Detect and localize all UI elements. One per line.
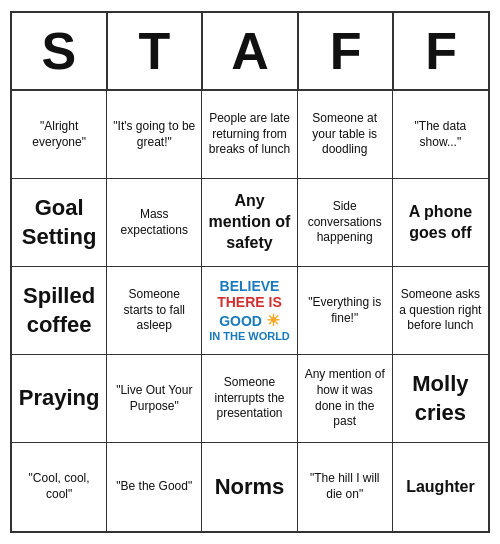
bingo-cell-r1c2: "It's going to be great!" — [107, 91, 202, 179]
bingo-cell-r4c3: Someone interrupts the presentation — [202, 355, 297, 443]
bingo-cell-r3c1: Spilled coffee — [12, 267, 107, 355]
believe-content: BELIEVE THERE IS GOOD ☀ IN THE WORLD — [209, 278, 290, 344]
bingo-cell-r4c1: Praying — [12, 355, 107, 443]
bingo-card: STAFF "Alright everyone""It's going to b… — [10, 11, 490, 533]
bingo-cell-r3c4: "Everything is fine!" — [298, 267, 393, 355]
header-letter: S — [12, 13, 108, 89]
bingo-cell-r5c2: "Be the Good" — [107, 443, 202, 531]
bingo-cell-r1c4: Someone at your table is doodling — [298, 91, 393, 179]
bingo-cell-r5c5: Laughter — [393, 443, 488, 531]
bingo-cell-r5c3: Norms — [202, 443, 297, 531]
bingo-cell-r3c2: Someone starts to fall asleep — [107, 267, 202, 355]
header-letter: A — [203, 13, 299, 89]
believe-line2: THERE IS — [217, 294, 282, 311]
header-letter: T — [108, 13, 204, 89]
bingo-cell-r5c1: "Cool, cool, cool" — [12, 443, 107, 531]
believe-world: IN THE WORLD — [209, 330, 290, 343]
bingo-cell-r1c3: People are late returning from breaks of… — [202, 91, 297, 179]
bingo-cell-r2c2: Mass expectations — [107, 179, 202, 267]
header-letter: F — [299, 13, 395, 89]
bingo-cell-r2c1: Goal Setting — [12, 179, 107, 267]
bingo-header: STAFF — [12, 13, 488, 91]
bingo-cell-r4c5: Molly cries — [393, 355, 488, 443]
header-letter: F — [394, 13, 488, 89]
bingo-cell-r2c5: A phone goes off — [393, 179, 488, 267]
bingo-cell-r5c4: "The hill I will die on" — [298, 443, 393, 531]
bingo-cell-r1c5: "The data show..." — [393, 91, 488, 179]
bingo-cell-r3c3: BELIEVE THERE IS GOOD ☀ IN THE WORLD — [202, 267, 297, 355]
bingo-cell-r3c5: Someone asks a question right before lun… — [393, 267, 488, 355]
believe-line3: GOOD ☀ — [219, 311, 280, 330]
bingo-cell-r1c1: "Alright everyone" — [12, 91, 107, 179]
bingo-cell-r4c4: Any mention of how it was done in the pa… — [298, 355, 393, 443]
bingo-cell-r4c2: "Live Out Your Purpose" — [107, 355, 202, 443]
bingo-cell-r2c3: Any mention of safety — [202, 179, 297, 267]
bingo-grid: "Alright everyone""It's going to be grea… — [12, 91, 488, 531]
bingo-cell-r2c4: Side conversations happening — [298, 179, 393, 267]
believe-line1: BELIEVE — [220, 278, 280, 295]
